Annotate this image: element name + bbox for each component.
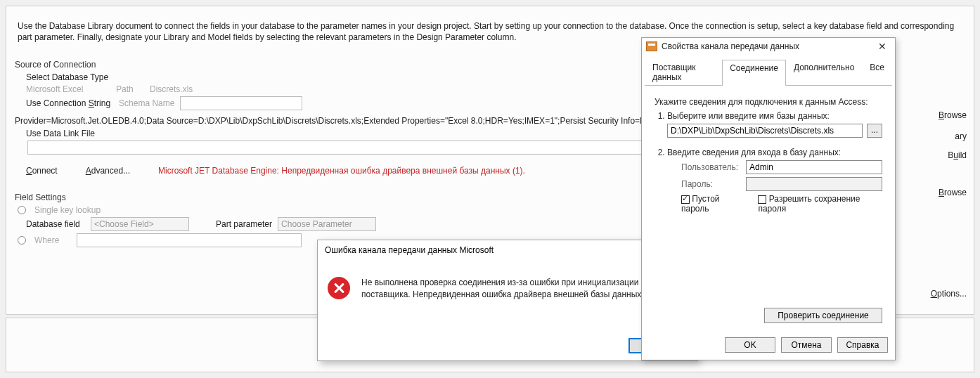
test-connection-button[interactable]: Проверить соединение [764,308,882,323]
single-key-radio[interactable] [18,206,26,214]
datalink-icon [646,41,657,51]
tab-connection[interactable]: Соединение [722,60,786,86]
empty-password-option[interactable]: Пустой пароль [681,194,745,214]
db-field-label: Database field [26,219,85,229]
tab-advanced[interactable]: Дополнительно [786,59,862,85]
ary-label: ary [955,130,967,143]
build-button[interactable]: Build [948,149,967,162]
tabs: Поставщик данных Соединение Дополнительн… [645,59,892,86]
error-message: Microsoft JET Database Engine: Непредвид… [158,166,525,176]
db-path-input[interactable] [667,124,863,138]
error-icon [328,277,350,299]
where-input[interactable] [77,233,302,247]
options-button[interactable]: Options... [931,287,967,300]
prop-help-button[interactable]: Справка [837,337,888,353]
step2-label: Введите сведения для входа в базу данных… [667,148,841,157]
where-radio[interactable] [18,236,26,245]
browse-button-2[interactable]: Browse [939,186,967,199]
error-dialog-title: Ошибка канала передачи данных Microsoft [325,245,494,255]
where-label: Where [34,235,71,245]
path-value: Discrets.xls [150,84,193,94]
part-param-select[interactable] [278,217,376,231]
db-field-select[interactable] [91,217,189,231]
close-icon[interactable]: ✕ [872,41,892,52]
allow-save-option[interactable]: Разрешить сохранение пароля [758,194,882,214]
schema-name-label: Schema Name [119,98,174,108]
use-conn-string-label: Use Connection String [26,98,110,108]
properties-title: Свойства канала передачи данных [662,41,872,51]
prop-ok-button[interactable]: OK [725,337,775,353]
schema-name-input[interactable] [180,96,302,110]
password-label: Пароль: [681,179,742,189]
password-input[interactable] [746,177,882,191]
allow-save-label: Разрешить сохранение пароля [758,194,860,214]
use-data-link-label: Use Data Link File [26,129,95,138]
error-dialog-message: Не выполнена проверка соединения из-за о… [361,277,671,301]
tab-all[interactable]: Все [862,59,892,85]
ms-excel-label: Microsoft Excel [26,84,110,94]
part-param-label: Part parameter [216,219,272,229]
single-key-label: Single key lookup [34,205,101,215]
browse-db-button[interactable]: ... [867,124,882,138]
tab-provider[interactable]: Поставщик данных [645,59,722,85]
step1-label: Выберите или введите имя базы данных: [667,111,830,121]
advanced-button[interactable]: Advanced... [86,166,130,176]
browse-button-1[interactable]: Browse [939,109,967,122]
properties-dialog: Свойства канала передачи данных ✕ Постав… [641,37,896,360]
user-input[interactable] [746,160,882,174]
select-db-type-label: Select Database Type [26,72,108,82]
checkbox-icon [681,195,690,204]
prop-cancel-button[interactable]: Отмена [781,337,832,353]
user-label: Пользователь: [681,162,742,172]
checkbox-icon [758,195,766,204]
path-label: Path [116,84,144,94]
connect-button[interactable]: Connect [26,166,58,176]
data-link-file-input[interactable] [27,141,646,155]
hint-text: Укажите сведения для подключения к данны… [655,97,882,107]
